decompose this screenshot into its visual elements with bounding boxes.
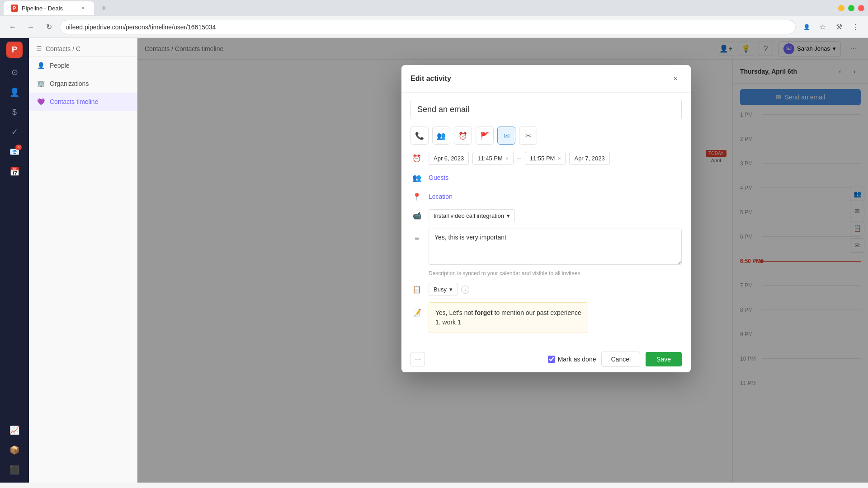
people-label: People xyxy=(50,62,70,69)
sidebar-icon-reports[interactable]: 📈 xyxy=(5,421,24,439)
note-text-before: Yes, Let's not xyxy=(435,309,475,316)
type-deadline-button[interactable]: 🚩 xyxy=(476,127,494,145)
time-dash: – xyxy=(517,155,521,163)
back-button[interactable]: ← xyxy=(5,20,20,34)
mark-done-text: Mark as done xyxy=(558,356,596,363)
note-row: 📝 Yes, Let's not forget to mention our p… xyxy=(410,302,682,333)
bookmark-icon[interactable]: ☆ xyxy=(816,20,830,34)
sidebar-icon-activities[interactable]: ✓ xyxy=(5,123,24,141)
description-hint: Description is synced to your calendar a… xyxy=(429,270,580,277)
location-icon: 📍 xyxy=(410,190,423,203)
video-call-chevron-icon: ▾ xyxy=(507,212,510,219)
browser-chrome: P Pipeline - Deals × + ← → ↻ uifeed.pipe… xyxy=(0,0,868,38)
nav-item-people[interactable]: 👤 People xyxy=(29,56,137,75)
sidebar-icon-contacts[interactable]: 👤 xyxy=(5,83,24,101)
sidebar-icon-apps[interactable]: ⬛ xyxy=(5,461,24,479)
minimize-icon[interactable] xyxy=(838,5,844,11)
guests-link[interactable]: Guests xyxy=(429,174,448,181)
forward-button[interactable]: → xyxy=(24,20,38,34)
tab-favicon: P xyxy=(11,5,18,12)
tab-close-icon[interactable]: × xyxy=(80,5,87,12)
end-time-value: 11:55 PM xyxy=(530,155,555,162)
modal-header: Edit activity × xyxy=(401,65,691,93)
sidebar-icon-products[interactable]: 📦 xyxy=(5,441,24,459)
location-link[interactable]: Location xyxy=(429,193,453,200)
app-logo[interactable]: P xyxy=(6,42,23,58)
activity-types: 📞 👥 ⏰ 🚩 ✉ ✂ xyxy=(410,127,682,145)
note-item: 1. work 1 xyxy=(435,319,461,326)
address-bar[interactable]: uifeed.pipedrive.com/persons/timeline/us… xyxy=(60,20,796,34)
nav-breadcrumb: Contacts / C xyxy=(46,45,80,52)
address-url: uifeed.pipedrive.com/persons/timeline/us… xyxy=(66,23,790,31)
incognito-icon[interactable]: 👤 xyxy=(799,20,814,34)
status-dropdown[interactable]: Busy ▾ xyxy=(429,283,458,296)
menu-icon[interactable]: ⋮ xyxy=(848,20,863,34)
type-task-button[interactable]: ⏰ xyxy=(454,127,472,145)
start-date-input[interactable]: Apr 6, 2023 xyxy=(429,152,469,165)
note-bold-text: forget xyxy=(475,309,493,316)
description-row: ≡ Yes, this is very important Descriptio… xyxy=(410,229,682,277)
status-chevron-icon: ▾ xyxy=(449,286,453,293)
start-time-value: 11:45 PM xyxy=(477,155,503,162)
start-time-clear-icon[interactable]: × xyxy=(505,155,509,162)
close-window-icon[interactable] xyxy=(858,5,864,11)
modal-close-button[interactable]: × xyxy=(669,72,682,85)
note-text-after: to mention our past experience xyxy=(493,309,581,316)
browser-nav-bar: ← → ↻ uifeed.pipedrive.com/persons/timel… xyxy=(0,16,868,38)
save-button[interactable]: Save xyxy=(646,352,682,366)
nav-header: ☰ Contacts / C xyxy=(29,38,137,56)
browser-tab: P Pipeline - Deals × xyxy=(4,1,94,15)
sidebar-icon-deals[interactable]: $ xyxy=(5,103,24,121)
organizations-label: Organizations xyxy=(50,80,89,87)
maximize-icon[interactable] xyxy=(848,5,854,11)
description-icon: ≡ xyxy=(410,232,423,245)
modal-title: Edit activity xyxy=(410,75,451,83)
type-other-button[interactable]: ✂ xyxy=(519,127,537,145)
end-date-value: Apr 7, 2023 xyxy=(574,155,604,162)
sidebar-icon-calendar[interactable]: 📅 xyxy=(5,163,24,181)
cancel-button[interactable]: Cancel xyxy=(601,352,640,367)
timeline-label: Contacts timeline xyxy=(50,98,98,105)
type-meeting-button[interactable]: 👥 xyxy=(432,127,450,145)
status-label: Busy xyxy=(434,286,447,293)
left-sidebar: P ⊙ 👤 $ ✓ 📧 4 📅 📈 📦 ⬛ xyxy=(0,38,29,483)
end-time-input[interactable]: 11:55 PM × xyxy=(525,152,566,165)
end-date-input[interactable]: Apr 7, 2023 xyxy=(569,152,609,165)
new-tab-button[interactable]: + xyxy=(98,2,110,14)
clock-icon: ⏰ xyxy=(410,152,423,165)
activity-title-input[interactable] xyxy=(410,100,682,119)
sidebar-icon-inbox[interactable]: 📧 4 xyxy=(5,143,24,161)
type-call-button[interactable]: 📞 xyxy=(410,127,429,145)
start-date-value: Apr 6, 2023 xyxy=(434,155,464,162)
guests-icon: 👥 xyxy=(410,171,423,184)
people-icon: 👤 xyxy=(36,61,45,70)
note-box: Yes, Let's not forget to mention our pas… xyxy=(429,302,588,333)
extensions-icon[interactable]: ⚒ xyxy=(832,20,846,34)
mark-done-checkbox[interactable] xyxy=(548,356,555,363)
main-content: Contacts / Contacts timeline 👤+ 💡 ? SJ S… xyxy=(137,38,868,483)
status-row: 📋 Busy ▾ i xyxy=(410,283,682,296)
organizations-icon: 🏢 xyxy=(36,79,45,88)
video-call-dropdown[interactable]: Install video call integration ▾ xyxy=(429,209,515,222)
datetime-row: ⏰ Apr 6, 2023 11:45 PM × – 11:55 P xyxy=(410,152,682,165)
location-row: 📍 Location xyxy=(410,190,682,203)
reload-button[interactable]: ↻ xyxy=(42,20,56,34)
video-call-row: 📹 Install video call integration ▾ xyxy=(410,209,682,222)
browser-title-bar: P Pipeline - Deals × + xyxy=(0,0,868,16)
info-icon[interactable]: i xyxy=(461,286,469,294)
end-time-clear-icon[interactable]: × xyxy=(557,155,561,162)
nav-item-organizations[interactable]: 🏢 Organizations xyxy=(29,75,137,93)
description-input[interactable]: Yes, this is very important xyxy=(429,229,682,265)
nav-sidebar: ☰ Contacts / C 👤 People 🏢 Organizations … xyxy=(29,38,137,483)
nav-item-contacts-timeline[interactable]: 💜 Contacts timeline xyxy=(29,93,137,111)
note-icon: 📝 xyxy=(410,306,423,319)
sidebar-icon-dashboard[interactable]: ⊙ xyxy=(5,63,24,81)
mark-done-label[interactable]: Mark as done xyxy=(548,356,596,363)
type-email-button[interactable]: ✉ xyxy=(497,127,515,145)
start-time-input[interactable]: 11:45 PM × xyxy=(472,152,514,165)
edit-activity-modal: Edit activity × 📞 👥 ⏰ 🚩 ✉ ✂ xyxy=(401,65,691,372)
video-call-label: Install video call integration xyxy=(434,212,504,219)
more-button[interactable]: ⋯ xyxy=(410,352,425,366)
guests-row: 👥 Guests xyxy=(410,171,682,184)
status-icon: 📋 xyxy=(410,283,423,296)
